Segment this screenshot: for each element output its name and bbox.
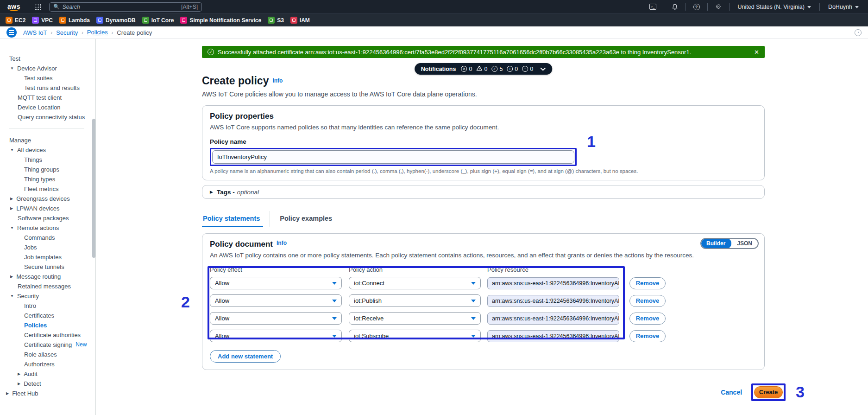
- policy-name-input[interactable]: [212, 150, 574, 164]
- breadcrumb-security[interactable]: Security: [56, 29, 78, 36]
- sidebar-item-message-routing[interactable]: ▶Message routing: [0, 272, 95, 281]
- favorite-ec2[interactable]: EC2: [6, 17, 25, 24]
- cancel-button[interactable]: Cancel: [721, 389, 742, 396]
- chevron-right-icon[interactable]: ▶: [10, 204, 13, 213]
- page-info-link[interactable]: Info: [272, 77, 283, 84]
- sidebar-item-commands[interactable]: Commands: [0, 233, 95, 243]
- sidebar-item-fleet-hub[interactable]: ▶Fleet Hub: [0, 389, 95, 398]
- divider: [707, 3, 708, 11]
- chevron-down-icon[interactable]: ▼: [10, 64, 14, 73]
- breadcrumb-aws-iot[interactable]: AWS IoT: [23, 29, 47, 36]
- error-circle-icon: ✕: [461, 66, 467, 72]
- sidebar-item-certificates[interactable]: Certificates: [0, 311, 95, 320]
- notifications-pill[interactable]: Notifications ✕00✓5i0−0: [415, 63, 552, 75]
- sidebar-item-certificate-authorities[interactable]: Certificate authorities: [0, 330, 95, 340]
- help-icon[interactable]: ?: [690, 4, 704, 10]
- sidebar-item-job-templates[interactable]: Job templates: [0, 252, 95, 262]
- sidebar-item-all-devices[interactable]: ▼All devices: [0, 145, 95, 155]
- remove-statement-button[interactable]: Remove: [629, 295, 666, 307]
- remove-statement-button[interactable]: Remove: [629, 277, 666, 289]
- create-button[interactable]: Create: [754, 386, 783, 398]
- sidebar-item-audit[interactable]: ▶Audit: [0, 369, 95, 379]
- policy-document-info-link[interactable]: Info: [277, 240, 287, 246]
- close-icon[interactable]: ✕: [748, 49, 759, 56]
- sidebar-item-certificate-signing[interactable]: Certificate signingNew: [0, 340, 95, 350]
- add-new-statement-button[interactable]: Add new statement: [210, 350, 281, 363]
- aws-logo[interactable]: aws: [5, 3, 24, 11]
- sidebar-item-device-advisor[interactable]: ▼Device Advisor: [0, 64, 95, 73]
- sidebar-item-test[interactable]: Test: [0, 54, 95, 64]
- sidebar-item-retained-messages[interactable]: Retained messages: [0, 281, 95, 291]
- sidebar-item-authorizers[interactable]: Authorizers: [0, 359, 95, 369]
- json-toggle-button[interactable]: JSON: [731, 240, 758, 247]
- cloudshell-icon[interactable]: >_: [646, 4, 660, 10]
- sidebar-item-label: Certificate authorities: [24, 330, 81, 340]
- favorite-iot-core[interactable]: IoT Core: [142, 17, 174, 24]
- sidebar-item-jobs[interactable]: Jobs: [0, 243, 95, 252]
- chevron-right-icon[interactable]: ▶: [6, 389, 9, 398]
- sidebar-item-thing-groups[interactable]: Thing groups: [0, 165, 95, 174]
- favorite-vpc[interactable]: VPC: [32, 17, 53, 24]
- sidebar-item-test-suites[interactable]: Test suites: [0, 73, 95, 83]
- sidebar-item-role-aliases[interactable]: Role aliases: [0, 350, 95, 359]
- expand-arrow-icon[interactable]: ▶: [210, 190, 213, 194]
- favorite-dynamodb[interactable]: DynamoDB: [96, 17, 136, 24]
- chevron-down-icon[interactable]: ▼: [10, 145, 14, 155]
- account-menu[interactable]: DoHuynh: [824, 4, 863, 10]
- sidebar-scrollbar[interactable]: [92, 119, 95, 258]
- sidebar-item-manage[interactable]: Manage: [0, 135, 95, 145]
- chevron-down-icon[interactable]: ▼: [10, 223, 14, 233]
- remove-statement-button[interactable]: Remove: [629, 330, 666, 342]
- view-toggle: Builder JSON: [700, 238, 759, 249]
- sidebar-item-secure-tunnels[interactable]: Secure tunnels: [0, 262, 95, 272]
- sidebar-item-remote-actions[interactable]: ▼Remote actions: [0, 223, 95, 233]
- new-badge: New: [75, 341, 87, 348]
- sidebar-item-mqtt-test-client[interactable]: MQTT test client: [0, 93, 95, 102]
- chevron-right-icon[interactable]: ▶: [18, 369, 20, 379]
- chevron-right-icon[interactable]: ▶: [10, 272, 13, 281]
- notifications-bell-icon[interactable]: [668, 4, 682, 10]
- sidebar-item-label: Thing types: [24, 174, 55, 184]
- sidebar-item-software-packages[interactable]: Software packages: [0, 213, 95, 223]
- tab-policy-examples[interactable]: Policy examples: [270, 211, 342, 227]
- chevron-down-icon[interactable]: [540, 67, 546, 71]
- hamburger-menu-icon[interactable]: [6, 27, 17, 38]
- sidebar-item-label: Remote actions: [17, 223, 59, 233]
- builder-toggle-button[interactable]: Builder: [700, 238, 731, 249]
- sidebar-item-things[interactable]: Things: [0, 155, 95, 165]
- sidebar-item-greengrass-devices[interactable]: ▶Greengrass devices: [0, 194, 95, 204]
- notification-count-value: 0: [469, 66, 472, 72]
- sidebar-divider: [9, 128, 84, 128]
- breadcrumb-policies[interactable]: Policies: [87, 29, 108, 36]
- tab-policy-statements[interactable]: Policy statements: [202, 211, 270, 227]
- favorite-s3[interactable]: S3: [268, 17, 284, 24]
- services-grid-icon[interactable]: [35, 4, 41, 10]
- chevron-right-icon[interactable]: ▶: [10, 194, 13, 204]
- sidebar-navigation: Test▼Device AdvisorTest suitesTest runs …: [0, 39, 96, 415]
- sidebar-item-fleet-metrics[interactable]: Fleet metrics: [0, 184, 95, 194]
- sidebar-item-lpwan-devices[interactable]: ▶LPWAN devices: [0, 204, 95, 213]
- page-info-icon[interactable]: ◔: [855, 29, 862, 36]
- sidebar-item-label: Certificates: [24, 311, 54, 320]
- form-actions: Cancel Create 3: [202, 383, 765, 401]
- favorite-simple-notification-service[interactable]: Simple Notification Service: [180, 17, 261, 24]
- search-input[interactable]: 🔍 Search [Alt+S]: [49, 2, 202, 12]
- favorite-iam[interactable]: IAM: [290, 17, 310, 24]
- sidebar-item-policies[interactable]: Policies: [0, 320, 95, 330]
- settings-gear-icon[interactable]: [711, 4, 725, 10]
- region-selector[interactable]: United States (N. Virginia): [733, 4, 816, 10]
- sidebar-item-query-connectivity-status[interactable]: Query connectivity status: [0, 112, 95, 122]
- sidebar-item-security[interactable]: ▼Security: [0, 291, 95, 301]
- sidebar-item-device-location[interactable]: Device Location: [0, 102, 95, 112]
- chevron-right-icon[interactable]: ▶: [18, 379, 20, 389]
- sidebar-item-thing-types[interactable]: Thing types: [0, 174, 95, 184]
- sidebar-item-label: Policies: [24, 320, 47, 330]
- sidebar-item-detect[interactable]: ▶Detect: [0, 379, 95, 389]
- sidebar-item-test-runs-and-results[interactable]: Test runs and results: [0, 83, 95, 93]
- favorite-lambda[interactable]: Lambda: [59, 17, 90, 24]
- sidebar-item-intro[interactable]: Intro: [0, 301, 95, 311]
- remove-statement-button[interactable]: Remove: [629, 313, 666, 325]
- simple-notification-service-service-icon: [180, 17, 187, 24]
- chevron-down-icon[interactable]: ▼: [10, 291, 14, 301]
- tags-section[interactable]: ▶ Tags - optional: [202, 185, 765, 199]
